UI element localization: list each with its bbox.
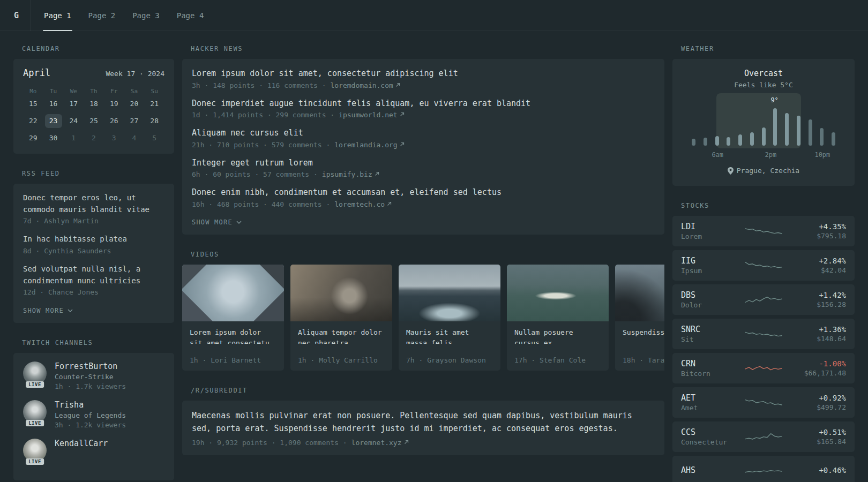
video-card[interactable]: Nullam posuere cursus ex 17h · Stefan Co…: [507, 265, 609, 371]
dow-label: Su: [151, 86, 158, 97]
weather-bar: [715, 136, 719, 146]
hn-meta-text: 3h · 148 points · 116 comments ·: [192, 81, 326, 89]
calendar-day-next-month: 2: [85, 131, 102, 145]
app-logo[interactable]: G: [14, 0, 31, 31]
stock-row[interactable]: AHS +0.46%: [672, 456, 855, 482]
weather-widget: WEATHER Overcast Feels like 5°C 9° 6am 2…: [672, 45, 855, 186]
chevron-down-icon: [68, 309, 73, 312]
video-title[interactable]: Nullam posuere cursus ex: [507, 321, 609, 344]
stock-name: Ipsum: [681, 267, 732, 275]
twitch-channel[interactable]: LIVE KendallCarr: [23, 439, 164, 462]
video-title[interactable]: Suspendisse diam: [615, 321, 664, 338]
stock-row[interactable]: SNRC Sit +1.36% $148.64: [672, 319, 855, 349]
tab-page-1[interactable]: Page 1: [43, 0, 72, 31]
channel-name[interactable]: ForrestBurton: [55, 362, 126, 371]
hn-meta-text: 16h · 468 points · 440 comments ·: [192, 200, 330, 208]
video-meta: 1h · Lori Barnett: [182, 356, 284, 371]
dow-label: Th: [90, 86, 97, 97]
rss-item-meta: 12d · Chance Jones: [23, 288, 164, 296]
twitch-header: TWITCH CHANNELS: [22, 339, 174, 347]
subreddit-card: Maecenas mollis pulvinar erat non posuer…: [182, 401, 664, 455]
video-card[interactable]: Suspendisse diam 18h · Tara: [615, 265, 664, 371]
stock-name: Consectetur: [681, 438, 732, 446]
video-title[interactable]: Mauris sit amet massa felis: [399, 321, 500, 344]
hn-story-meta: 6h · 60 points · 57 comments ·ipsumify.b…: [192, 170, 655, 178]
calendar-dow-row: Mo Tu We Th Fr Sa Su: [23, 86, 164, 97]
stock-sparkline: [732, 292, 795, 306]
dow-label: Mo: [29, 86, 36, 97]
hn-domain-link[interactable]: loremlandia.org: [334, 141, 397, 149]
stocks-widget: STOCKS LDI Lorem +4.35% $795.18 IIG Ipsu…: [672, 202, 855, 482]
dow-label: Sa: [131, 86, 138, 97]
video-card[interactable]: Lorem ipsum dolor sit amet consectetu… 1…: [182, 265, 284, 371]
chevron-down-icon: [236, 221, 242, 224]
location-pin-icon: [728, 167, 734, 175]
hn-domain-link[interactable]: ipsumworld.net: [339, 111, 398, 119]
stock-price: $795.18: [795, 232, 846, 240]
stock-row[interactable]: AET Amet +0.92% $499.72: [672, 387, 855, 418]
subreddit-widget: /R/SUBREDDIT Maecenas mollis pulvinar er…: [182, 387, 664, 455]
stock-sparkline: [732, 430, 795, 443]
video-card[interactable]: Aliquam tempor dolor nec pharetra… 1h · …: [290, 265, 392, 371]
stock-name: Dolor: [681, 301, 732, 309]
stock-row[interactable]: IIG Ipsum +2.84% $42.04: [672, 250, 855, 281]
hn-story-title[interactable]: Donec imperdiet augue tincidunt felis al…: [192, 97, 655, 110]
middle-column: HACKER NEWS Lorem ipsum dolor sit amet, …: [182, 45, 664, 471]
rss-show-more-button[interactable]: SHOW MORE: [23, 307, 73, 314]
twitch-channel[interactable]: LIVE Trisha League of Legends 3h · 1.2k …: [23, 400, 164, 429]
tab-page-3[interactable]: Page 3: [131, 0, 161, 31]
tab-page-2[interactable]: Page 2: [87, 0, 117, 31]
twitch-channel[interactable]: LIVE ForrestBurton Counter-Strike 1h · 1…: [23, 362, 164, 390]
dow-label: Tu: [50, 86, 57, 97]
weather-bar: [750, 132, 754, 146]
stock-row[interactable]: CRN Bitcorn -1.00% $66,171.48: [672, 353, 855, 383]
rss-item: In hac habitasse platea 8d · Cynthia Sau…: [23, 234, 164, 255]
calendar-day: 19: [106, 97, 123, 111]
rss-item: Donec tempor eros leo, ut commodo mauris…: [23, 192, 164, 225]
channel-meta: 3h · 1.2k viewers: [55, 421, 126, 429]
stocks-header: STOCKS: [681, 202, 855, 209]
rss-item-title[interactable]: Donec tempor eros leo, ut commodo mauris…: [23, 192, 164, 215]
rss-item-title[interactable]: Sed volutpat nulla nisl, a condimentum n…: [23, 263, 164, 287]
weather-feels-like: Feels like 5°C: [682, 81, 845, 89]
time-label: 6am: [712, 151, 723, 159]
page-tabs: Page 1 Page 2 Page 3 Page 4: [43, 0, 205, 31]
reddit-post-meta: 19h · 9,932 points · 1,090 comments ·lor…: [192, 439, 655, 447]
external-link-icon: [404, 440, 409, 445]
video-title[interactable]: Aliquam tempor dolor nec pharetra…: [290, 321, 392, 344]
channel-name[interactable]: KendallCarr: [55, 439, 108, 448]
reddit-domain-link[interactable]: loremnet.xyz: [351, 439, 402, 447]
hn-domain-link[interactable]: loremtech.co: [334, 200, 385, 208]
channel-name[interactable]: Trisha: [55, 400, 126, 410]
video-card[interactable]: Mauris sit amet massa felis 7h · Grayson…: [399, 265, 500, 371]
avatar: LIVE: [23, 400, 47, 424]
video-title[interactable]: Lorem ipsum dolor sit amet consectetu…: [182, 321, 284, 344]
calendar-day: 18: [85, 97, 102, 111]
hn-story-title[interactable]: Lorem ipsum dolor sit amet, consectetur …: [192, 67, 655, 80]
hn-story-meta: 16h · 468 points · 440 comments ·loremte…: [192, 200, 655, 208]
calendar-day: 17: [65, 97, 82, 111]
video-meta: 18h · Tara: [615, 356, 664, 371]
twitch-widget: TWITCH CHANNELS LIVE ForrestBurton Count…: [13, 339, 174, 480]
stock-sparkline: [732, 327, 795, 341]
hn-domain-link[interactable]: loremdomain.com: [330, 81, 393, 89]
hackernews-show-more-button[interactable]: SHOW MORE: [192, 219, 242, 226]
hn-story: Lorem ipsum dolor sit amet, consectetur …: [192, 67, 655, 89]
avatar: LIVE: [23, 362, 47, 385]
stock-row[interactable]: DBS Dolor +1.42% $156.28: [672, 284, 855, 315]
tab-page-4[interactable]: Page 4: [176, 0, 205, 31]
stock-row[interactable]: CCS Consectetur +0.51% $165.84: [672, 421, 855, 452]
reddit-post-title[interactable]: Maecenas mollis pulvinar erat non posuer…: [192, 409, 655, 435]
stock-row[interactable]: LDI Lorem +4.35% $795.18: [672, 216, 855, 246]
weather-header: WEATHER: [681, 45, 855, 52]
calendar-week-label: Week 17 · 2024: [106, 70, 164, 78]
rss-item-title[interactable]: In hac habitasse platea: [23, 234, 164, 245]
hn-story-title[interactable]: Donec enim nibh, condimentum et accumsan…: [192, 186, 655, 199]
videos-widget: VIDEOS Lorem ipsum dolor sit amet consec…: [182, 251, 664, 371]
hn-story-title[interactable]: Integer eget rutrum lorem: [192, 157, 655, 169]
stock-symbol: DBS: [681, 290, 732, 300]
rss-widget: RSS FEED Donec tempor eros leo, ut commo…: [13, 170, 174, 323]
hn-domain-link[interactable]: ipsumify.biz: [322, 170, 372, 178]
hn-story-title[interactable]: Aliquam nec cursus elit: [192, 127, 655, 139]
calendar-day: 27: [125, 114, 143, 128]
